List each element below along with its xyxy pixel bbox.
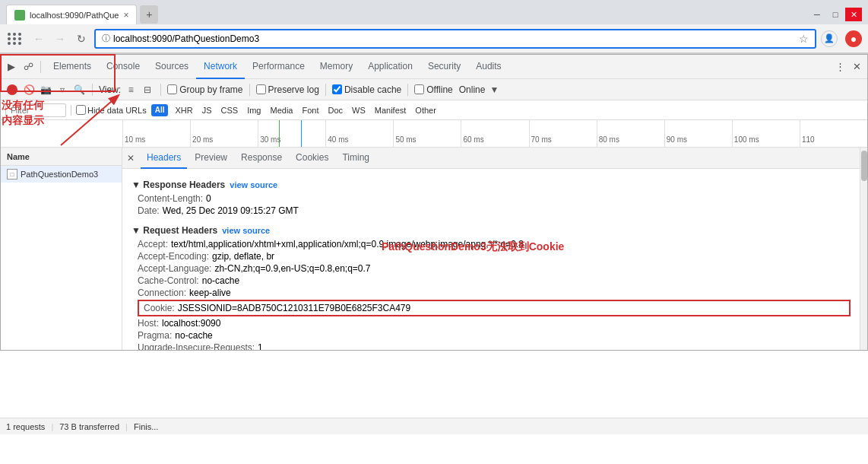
address-text: localhost:9090/PathQuestionDemo3 bbox=[113, 33, 796, 44]
filter-input[interactable] bbox=[5, 103, 66, 117]
tab-console[interactable]: Console bbox=[99, 55, 147, 79]
timeline-label-60ms: 60 ms bbox=[461, 120, 528, 147]
request-list: Name □ PathQuestionDemo3 bbox=[1, 148, 122, 350]
toolbar-separator3 bbox=[249, 84, 250, 96]
scrollbar-thumb[interactable] bbox=[861, 151, 867, 181]
filter-css[interactable]: CSS bbox=[219, 105, 241, 116]
inspect-element-icon[interactable]: ▶ bbox=[4, 59, 19, 75]
toolbar-separator bbox=[40, 61, 41, 73]
scrollbar[interactable] bbox=[860, 148, 867, 350]
request-item[interactable]: □ PathQuestionDemo3 bbox=[1, 166, 122, 183]
capture-screenshots-icon[interactable]: 📷 bbox=[39, 83, 52, 97]
group-by-frame-checkbox[interactable]: Group by frame bbox=[167, 84, 242, 95]
timeline-blue-marker bbox=[301, 120, 302, 147]
header-row-accept-language: Accept-Language: zh-CN,zh;q=0.9,en-US;q=… bbox=[131, 263, 851, 274]
apps-button[interactable] bbox=[6, 30, 23, 47]
browser-tab[interactable]: localhost:9090/PathQue × bbox=[6, 5, 137, 24]
profile-button[interactable]: 👤 bbox=[821, 30, 838, 47]
header-value-pragma: no-cache bbox=[175, 330, 212, 341]
filter-icon[interactable]: ▿ bbox=[55, 83, 69, 97]
close-window-button[interactable]: ✕ bbox=[845, 8, 862, 21]
clear-button[interactable]: 🚫 bbox=[22, 83, 36, 97]
header-row-date: Date: Wed, 25 Dec 2019 09:15:27 GMT bbox=[131, 205, 851, 216]
toolbar-separator4 bbox=[325, 84, 326, 96]
online-dropdown-icon[interactable]: ▼ bbox=[489, 84, 499, 95]
header-value-connection: keep-alive bbox=[189, 288, 231, 298]
toolbar-separator5 bbox=[407, 84, 408, 96]
new-tab-button[interactable]: + bbox=[140, 5, 158, 24]
list-view-icon[interactable]: ≡ bbox=[124, 83, 138, 97]
device-toolbar-icon[interactable]: ☍ bbox=[21, 59, 36, 75]
tab-close-icon[interactable]: × bbox=[123, 10, 128, 21]
forward-button[interactable]: → bbox=[52, 30, 68, 47]
bookmark-icon[interactable]: ☆ bbox=[799, 33, 809, 45]
timeline-label-80ms: 80 ms bbox=[597, 120, 664, 147]
reload-button[interactable]: ↻ bbox=[73, 30, 90, 47]
header-row-upgrade: Upgrade-Insecure-Requests: 1 bbox=[131, 342, 851, 350]
tab-network[interactable]: Network bbox=[196, 55, 245, 79]
headers-content: ▼ Response Headers view source Content-L… bbox=[122, 169, 860, 350]
offline-checkbox[interactable]: Offline bbox=[414, 84, 452, 95]
headers-tab-headers[interactable]: Headers bbox=[141, 148, 187, 169]
filter-ws[interactable]: WS bbox=[350, 105, 368, 116]
tab-audits[interactable]: Audits bbox=[468, 55, 508, 79]
headers-tab-response[interactable]: Response bbox=[235, 148, 288, 169]
headers-tab-preview[interactable]: Preview bbox=[188, 148, 233, 169]
response-headers-title: ▼ Response Headers view source bbox=[131, 180, 851, 190]
minimize-button[interactable]: ─ bbox=[809, 8, 825, 21]
filter-media[interactable]: Media bbox=[268, 105, 295, 116]
filter-font[interactable]: Font bbox=[299, 105, 321, 116]
tab-application[interactable]: Application bbox=[360, 55, 420, 79]
headers-panel: ✕ Headers Preview Response Cookies Timin… bbox=[122, 148, 860, 350]
more-options-icon[interactable]: ⋮ bbox=[832, 59, 847, 75]
request-list-header: Name bbox=[1, 148, 122, 166]
online-label: Online bbox=[459, 84, 486, 95]
header-value-date: Wed, 25 Dec 2019 09:15:27 GMT bbox=[163, 205, 299, 216]
tab-elements[interactable]: Elements bbox=[46, 55, 99, 79]
header-name-accept-language: Accept-Language: bbox=[138, 263, 211, 274]
tab-memory[interactable]: Memory bbox=[312, 55, 360, 79]
header-value-content-length: 0 bbox=[206, 193, 211, 204]
address-lock-icon: ⓘ bbox=[102, 33, 110, 44]
filter-img[interactable]: Img bbox=[245, 105, 263, 116]
filter-js[interactable]: JS bbox=[200, 105, 214, 116]
record-button[interactable] bbox=[5, 83, 19, 97]
request-view-source-link[interactable]: view source bbox=[222, 226, 270, 235]
back-button[interactable]: ← bbox=[30, 30, 47, 47]
large-rows-icon[interactable]: ⊟ bbox=[141, 83, 154, 97]
timeline-green-marker bbox=[279, 120, 280, 147]
maximize-button[interactable]: □ bbox=[827, 8, 844, 21]
timeline-label-110: 110 bbox=[800, 120, 867, 147]
search-icon[interactable]: 🔍 bbox=[72, 83, 86, 97]
close-headers-icon[interactable]: ✕ bbox=[127, 153, 135, 164]
header-name-content-length: Content-Length: bbox=[138, 193, 203, 204]
timeline-label-100ms: 100 ms bbox=[732, 120, 800, 147]
header-row-accept: Accept: text/html,application/xhtml+xml,… bbox=[131, 239, 851, 249]
response-view-source-link[interactable]: view source bbox=[230, 180, 277, 189]
tab-title: localhost:9090/PathQue bbox=[30, 11, 119, 20]
preserve-log-checkbox[interactable]: Preserve log bbox=[256, 84, 319, 95]
tab-security[interactable]: Security bbox=[420, 55, 468, 79]
extension-button[interactable]: ● bbox=[845, 30, 862, 47]
disable-cache-checkbox[interactable]: Disable cache bbox=[332, 84, 401, 95]
timeline-bar: 10 ms 20 ms 30 ms 40 ms 50 ms 60 ms 70 m… bbox=[1, 120, 867, 148]
header-row-accept-encoding: Accept-Encoding: gzip, deflate, br bbox=[131, 251, 851, 262]
headers-tab-cookies[interactable]: Cookies bbox=[290, 148, 334, 169]
headers-tab-timing[interactable]: Timing bbox=[336, 148, 375, 169]
network-toolbar: 🚫 📷 ▿ 🔍 View: ≡ ⊟ Group by frame Preserv… bbox=[1, 79, 867, 100]
tab-performance[interactable]: Performance bbox=[245, 55, 312, 79]
view-label: View: bbox=[99, 84, 121, 95]
filter-xhr[interactable]: XHR bbox=[173, 105, 195, 116]
header-row-host: Host: localhost:9090 bbox=[131, 318, 851, 329]
header-value-host: localhost:9090 bbox=[162, 318, 220, 329]
filter-manifest[interactable]: Manifest bbox=[372, 105, 409, 116]
filter-all-badge[interactable]: All bbox=[151, 104, 169, 116]
filter-separator bbox=[71, 105, 71, 116]
tab-sources[interactable]: Sources bbox=[147, 55, 196, 79]
address-bar[interactable]: ⓘ localhost:9090/PathQuestionDemo3 ☆ bbox=[94, 29, 816, 49]
filter-doc[interactable]: Doc bbox=[325, 105, 345, 116]
hide-data-urls-checkbox[interactable]: Hide data URLs bbox=[76, 105, 147, 115]
filter-other[interactable]: Other bbox=[413, 105, 439, 116]
status-finish: Finis... bbox=[134, 422, 158, 431]
close-devtools-icon[interactable]: ✕ bbox=[849, 59, 864, 75]
